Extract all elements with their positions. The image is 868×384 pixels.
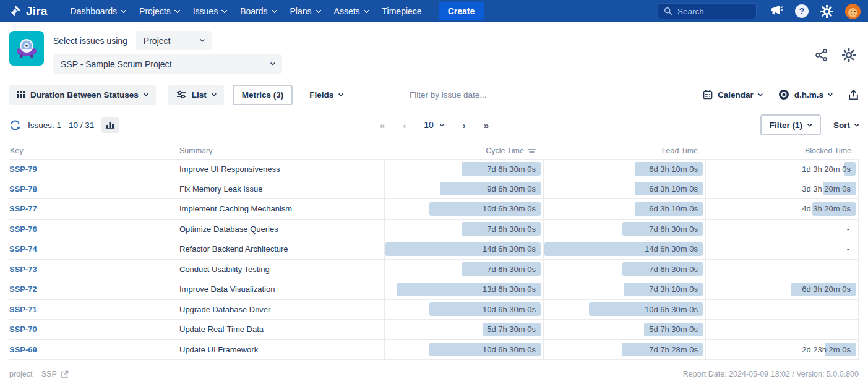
empty-duration: -	[847, 325, 858, 334]
nav-boards[interactable]: Boards	[233, 0, 283, 22]
refresh-icon[interactable]	[9, 119, 21, 131]
chevron-down-icon	[200, 36, 205, 41]
lead-time-cell: 7d 7h 28m 0s	[543, 340, 705, 360]
nav-plans[interactable]: Plans	[283, 0, 327, 22]
megaphone-icon[interactable]	[768, 4, 783, 18]
issue-key-link[interactable]: SSP-74	[9, 244, 37, 254]
empty-duration: -	[847, 224, 858, 234]
duration-value: 7d 6h 30m 0s	[487, 265, 543, 274]
settings-gear-icon[interactable]	[842, 48, 856, 62]
issue-key-cell: SSP-71	[9, 300, 179, 320]
jira-brand[interactable]: Jira	[9, 4, 48, 18]
issue-key-link[interactable]: SSP-76	[9, 224, 37, 234]
avatar-eye	[854, 11, 856, 13]
nav-projects[interactable]: Projects	[132, 0, 186, 22]
issue-key-cell: SSP-77	[9, 199, 179, 219]
issue-summary: Implement Caching Mechanism	[179, 199, 384, 219]
issue-key-link[interactable]: SSP-77	[9, 204, 37, 213]
table-row: SSP-79Improve UI Responsiveness7d 6h 30m…	[9, 159, 859, 179]
ufo-icon	[13, 35, 40, 62]
issue-key-cell: SSP-69	[9, 340, 179, 360]
chevron-down-icon	[338, 91, 343, 96]
search-input[interactable]	[677, 7, 746, 16]
issue-key-link[interactable]: SSP-73	[9, 265, 37, 274]
column-header-key[interactable]: Key	[9, 147, 179, 155]
global-search[interactable]	[658, 3, 757, 19]
create-button[interactable]: Create	[439, 2, 484, 20]
issue-summary: Improve Data Visualization	[179, 279, 384, 299]
lead-time-cell: 10d 6h 30m 0s	[543, 300, 705, 320]
duration-format-icon	[778, 89, 789, 100]
table-row: SSP-72Improve Data Visualization13d 6h 3…	[9, 279, 859, 300]
first-page-button[interactable]: «	[380, 120, 384, 130]
export-icon[interactable]	[848, 89, 859, 101]
issue-source-select[interactable]: Project	[136, 31, 212, 50]
time-format-value: d.h.m.s	[794, 90, 823, 100]
help-icon[interactable]: ?	[795, 4, 809, 18]
time-format-select[interactable]: d.h.m.s	[778, 89, 832, 100]
lead-time-cell: 6d 3h 10m 0s	[543, 179, 705, 199]
chevron-down-icon	[363, 7, 369, 13]
duration-value: 6d 3h 20m 0s	[802, 284, 858, 294]
column-header-blocked-time[interactable]: Blocked Time	[705, 147, 859, 155]
report-type-select[interactable]: Duration Between Statuses	[9, 85, 156, 105]
duration-value: 5d 7h 30m 0s	[649, 325, 705, 334]
nav-assets[interactable]: Assets	[327, 0, 376, 22]
duration-value: 2d 23h 2m 0s	[802, 345, 858, 354]
duration-value: 6d 3h 10m 0s	[649, 184, 705, 194]
gear-icon[interactable]	[820, 5, 833, 18]
metrics-button[interactable]: Metrics (3)	[233, 85, 293, 105]
nav-issues[interactable]: Issues	[186, 0, 233, 22]
nav-label: Dashboards	[71, 6, 118, 16]
report-type-value: Duration Between Statuses	[30, 90, 139, 100]
nav-label: Issues	[193, 6, 218, 16]
column-header-lead-time[interactable]: Lead Time	[543, 147, 705, 155]
column-header-summary[interactable]: Summary	[179, 147, 384, 155]
blocked-time-cell: -	[705, 300, 859, 320]
fields-label: Fields	[309, 90, 333, 100]
sort-indicator-icon	[528, 148, 536, 154]
issue-key-link[interactable]: SSP-72	[9, 284, 37, 294]
issue-summary: Optimize Database Queries	[179, 220, 384, 239]
issue-key-link[interactable]: SSP-78	[9, 184, 37, 194]
issues-count-label: Issues: 1 - 10 / 31	[28, 121, 94, 130]
table-row: SSP-71Upgrade Database Driver10d 6h 30m …	[9, 300, 859, 320]
sort-label: Sort	[833, 121, 850, 130]
calendar-select[interactable]: Calendar	[703, 90, 762, 100]
next-page-button[interactable]: ›	[463, 120, 465, 130]
column-header-cycle-time[interactable]: Cycle Time	[384, 147, 543, 155]
fields-button[interactable]: Fields	[301, 85, 351, 105]
last-page-button[interactable]: »	[484, 120, 488, 130]
duration-value: 13d 6h 30m 0s	[483, 284, 543, 294]
issue-key-link[interactable]: SSP-71	[9, 305, 37, 314]
view-select[interactable]: List	[168, 85, 224, 105]
page-size-select[interactable]: 10	[424, 120, 444, 130]
chart-view-button[interactable]	[101, 117, 119, 133]
grid-icon	[17, 91, 25, 98]
external-link-icon[interactable]	[61, 370, 69, 378]
issue-key-link[interactable]: SSP-70	[9, 325, 37, 334]
sort-button[interactable]: Sort	[833, 121, 859, 130]
sliders-icon	[176, 90, 186, 99]
duration-value: 7d 6h 30m 0s	[487, 224, 543, 234]
prev-page-button[interactable]: ‹	[403, 120, 405, 130]
blocked-time-cell: -	[705, 260, 859, 279]
chevron-down-icon	[828, 91, 833, 96]
issue-date-filter[interactable]: Filter by issue date...	[410, 90, 487, 100]
filter-button[interactable]: Filter (1)	[760, 114, 821, 135]
lead-time-cell: 6d 3h 10m 0s	[543, 160, 705, 179]
chevron-down-icon	[757, 91, 762, 96]
nav-timepiece[interactable]: Timepiece	[376, 0, 429, 22]
user-avatar[interactable]	[845, 4, 861, 19]
calendar-icon	[703, 90, 713, 100]
issue-key-link[interactable]: SSP-69	[9, 345, 37, 354]
project-select[interactable]: SSP - Sample Scrum Project	[53, 54, 282, 74]
chevron-down-icon	[121, 7, 127, 13]
nav-label: Plans	[290, 6, 312, 16]
issue-key-link[interactable]: SSP-79	[9, 164, 37, 174]
chevron-down-icon	[221, 7, 228, 13]
lead-time-cell: 5d 7h 30m 0s	[543, 320, 705, 339]
table-row: SSP-73Conduct Usability Testing7d 6h 30m…	[9, 260, 859, 280]
share-icon[interactable]	[815, 48, 828, 62]
nav-dashboards[interactable]: Dashboards	[64, 0, 133, 22]
